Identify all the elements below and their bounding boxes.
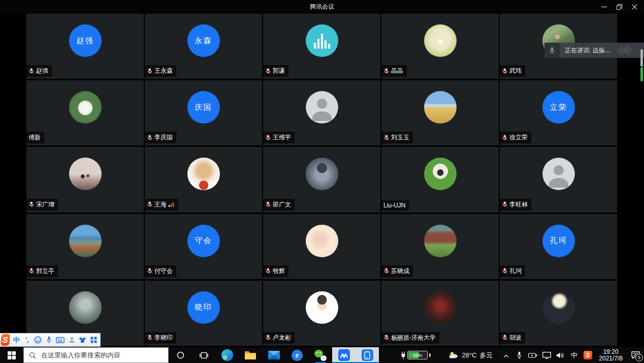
- participant-name: 杨丽原-济南大学: [391, 334, 436, 342]
- sogou-emoji-icon[interactable]: [34, 336, 42, 345]
- mic-muted-icon: [502, 201, 508, 207]
- participant-tile[interactable]: 傅新: [26, 80, 144, 145]
- mic-muted-icon: [383, 68, 390, 74]
- participant-grid: 赵强赵强永森王永森郭谦晶晶武玮傅新庆国李庆国王维平刘玉玉立荣徐立荣宋广增王海邵广…: [26, 14, 617, 346]
- grid-scrollbar[interactable]: [640, 49, 643, 81]
- task-view-button[interactable]: [192, 347, 215, 363]
- tray-date: 2021/7/8: [599, 355, 623, 362]
- participant-tile[interactable]: Liu-UJN: [381, 147, 499, 212]
- soundbars-icon: [314, 33, 330, 49]
- participant-avatar: 孔珂: [542, 225, 575, 257]
- scrollbar-thumb[interactable]: [640, 49, 643, 67]
- tray-sogou-icon[interactable]: S: [583, 351, 592, 360]
- participant-tile[interactable]: 牧辉: [263, 214, 380, 279]
- taskbar-app-mail[interactable]: [262, 347, 285, 363]
- photo-avatar-family-walk: [69, 158, 102, 190]
- taskbar-app-phone-link[interactable]: [356, 347, 379, 363]
- sogou-ime-bar[interactable]: S 中’,: [0, 333, 101, 347]
- sogou-punctuation-icon[interactable]: ’,: [23, 336, 30, 345]
- participant-name: 王维平: [273, 133, 291, 142]
- photo-avatar-wolf-moon: [542, 291, 575, 324]
- tray-volume-icon[interactable]: [556, 351, 565, 360]
- tray-battery-icon[interactable]: [528, 351, 537, 360]
- taskbar-search-input[interactable]: 在这里输入你要搜索的内容: [23, 347, 169, 363]
- mic-muted-icon: [265, 335, 271, 341]
- taskbar-app-edge[interactable]: [215, 347, 239, 363]
- participant-tile[interactable]: 立荣徐立荣: [500, 80, 617, 145]
- scrollbar-indicator: [640, 67, 643, 81]
- participant-name-tag: 李旺林: [500, 199, 531, 210]
- mic-muted-icon: [147, 68, 153, 74]
- mic-muted-icon: [383, 335, 390, 341]
- cortana-button[interactable]: [169, 347, 192, 363]
- participant-tile[interactable]: 刘玉玉: [381, 80, 499, 145]
- mic-muted-icon: [502, 68, 508, 74]
- participant-name: 孔珂: [509, 267, 522, 276]
- weather-condition: 多云: [479, 351, 493, 360]
- participant-tile[interactable]: 永森王永森: [145, 14, 262, 79]
- participant-tile[interactable]: 邵广文: [263, 147, 380, 212]
- participant-tile[interactable]: 卢龙彬: [263, 281, 380, 346]
- participant-tile[interactable]: 庆国李庆国: [145, 80, 262, 145]
- mic-muted-icon: [502, 268, 508, 274]
- meeting-logo-watermark-icon: [617, 45, 637, 55]
- minimize-button[interactable]: [596, 0, 611, 14]
- participant-name-tag: 付守会: [145, 265, 176, 277]
- battery-widget[interactable]: 55%: [401, 351, 431, 359]
- window-controls: [596, 0, 642, 14]
- battery-gauge: 55%: [407, 351, 428, 359]
- photo-avatar-red-building-field: [424, 225, 457, 257]
- participant-tile[interactable]: 晓印李晓印: [145, 281, 262, 346]
- action-center-button[interactable]: 5: [629, 350, 641, 361]
- taskbar-app-e-browser[interactable]: e: [285, 347, 309, 363]
- tray-microphone-icon[interactable]: [514, 351, 524, 360]
- taskbar-app-file-explorer[interactable]: [239, 347, 262, 363]
- sogou-toolbox-icon[interactable]: [90, 336, 97, 345]
- participant-tile[interactable]: 郭谦: [263, 14, 380, 79]
- participant-name-tag: 牧辉: [263, 265, 288, 277]
- tray-ime-icon[interactable]: 中: [569, 351, 578, 360]
- close-button[interactable]: [627, 0, 642, 14]
- restore-button[interactable]: [611, 0, 627, 14]
- participant-tile[interactable]: 胡波: [500, 281, 617, 346]
- photo-avatar-lotus: [69, 91, 102, 124]
- sogou-logo-icon[interactable]: S: [1, 334, 10, 346]
- mic-muted-icon: [147, 335, 153, 341]
- participant-tile[interactable]: 王海: [145, 147, 262, 212]
- participant-tile[interactable]: 王维平: [263, 80, 380, 145]
- tray-overflow-chevron[interactable]: [503, 352, 509, 359]
- title-bar: 腾讯会议: [0, 0, 644, 14]
- participant-tile[interactable]: 宋广增: [26, 147, 144, 212]
- sogou-skin-icon[interactable]: [79, 336, 86, 345]
- participant-name: Liu-UJN: [383, 202, 405, 209]
- photo-avatar-city-park: [69, 225, 102, 257]
- participant-name: 卢龙彬: [273, 334, 291, 342]
- participant-tile[interactable]: 守会付守会: [145, 214, 262, 279]
- mic-muted-icon: [502, 135, 508, 141]
- sogou-soft-keyboard-icon[interactable]: [56, 336, 65, 345]
- participant-name-tag: 胡波: [500, 332, 525, 344]
- taskbar-app-wechat[interactable]: [309, 347, 332, 363]
- participant-tile[interactable]: 杨丽原-济南大学: [381, 281, 499, 346]
- participant-tile[interactable]: 李旺林: [500, 147, 617, 212]
- sogou-account-icon[interactable]: [68, 336, 75, 345]
- sogou-voice-input-icon[interactable]: [45, 336, 52, 345]
- tray-icons: 中S: [514, 351, 592, 360]
- taskbar-clock[interactable]: 19:20 2021/7/8: [599, 349, 623, 362]
- weather-widget[interactable]: 28°C 多云: [448, 351, 493, 360]
- photo-avatar-pastel-cartoon: [306, 225, 338, 257]
- battery-percent: 55%: [408, 353, 427, 358]
- participant-name: 赵强: [36, 67, 48, 75]
- participant-tile[interactable]: 孔珂孔珂: [500, 214, 617, 279]
- sogou-chinese-mode-icon[interactable]: 中: [13, 336, 20, 345]
- tray-monitor-icon[interactable]: [542, 351, 551, 360]
- participant-name-tag: 孔珂: [500, 265, 525, 277]
- participant-tile[interactable]: 赵强赵强: [26, 14, 144, 79]
- participant-tile[interactable]: 晶晶: [381, 14, 499, 79]
- participant-name-tag: 赵强: [26, 65, 52, 77]
- silhouette-avatar: [542, 158, 575, 190]
- participant-tile[interactable]: 苏晓成: [381, 214, 499, 279]
- start-button[interactable]: [0, 347, 23, 363]
- participant-tile[interactable]: 邢立亭: [26, 214, 144, 279]
- taskbar-app-tencent-meeting[interactable]: [332, 347, 356, 363]
